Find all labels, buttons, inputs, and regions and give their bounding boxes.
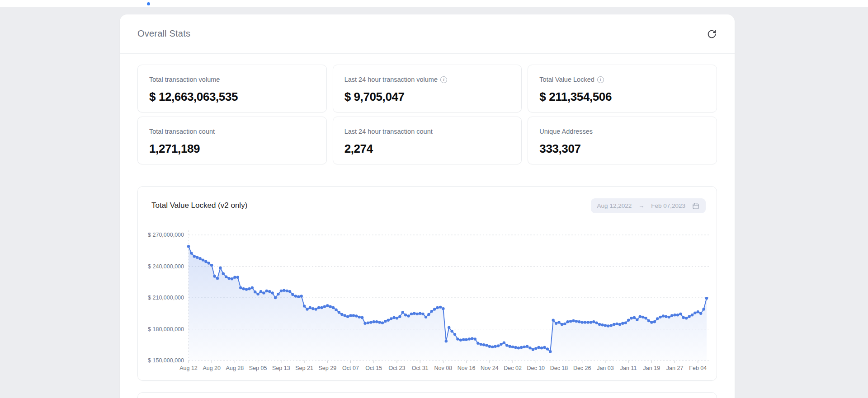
svg-text:Dec 10: Dec 10 — [527, 365, 545, 371]
svg-text:Aug 20: Aug 20 — [203, 365, 221, 371]
stat-label: Total transaction count — [149, 128, 315, 135]
top-strip — [0, 0, 868, 7]
overall-stats-card: Overall Stats Total transaction volume $… — [120, 14, 735, 398]
svg-text:$ 150,000,000: $ 150,000,000 — [148, 357, 184, 364]
refresh-icon — [707, 29, 717, 39]
blue-dot — [147, 2, 150, 5]
info-icon[interactable] — [597, 76, 604, 83]
svg-text:Oct 31: Oct 31 — [412, 365, 429, 371]
stat-value: 333,307 — [539, 142, 705, 156]
svg-text:$ 180,000,000: $ 180,000,000 — [148, 326, 184, 332]
page-title: Overall Stats — [137, 28, 190, 39]
stats-grid: Total transaction volume $ 12,663,063,53… — [137, 65, 717, 164]
tvl-line-chart: $ 270,000,000$ 240,000,000$ 210,000,000$… — [138, 187, 717, 380]
svg-text:Feb 04: Feb 04 — [689, 365, 707, 371]
stat-value: $ 211,354,506 — [539, 90, 705, 104]
stat-card-total-transaction-volume: Total transaction volume $ 12,663,063,53… — [137, 65, 327, 112]
svg-text:Nov 24: Nov 24 — [481, 365, 499, 371]
stat-card-total-transaction-count: Total transaction count 1,271,189 — [137, 117, 327, 164]
next-section-panel — [137, 392, 717, 398]
stat-value: $ 12,663,063,535 — [149, 90, 315, 104]
svg-text:Sep 21: Sep 21 — [295, 365, 313, 371]
svg-text:Jan 19: Jan 19 — [643, 365, 660, 371]
chart-svg: $ 270,000,000$ 240,000,000$ 210,000,000$… — [138, 187, 717, 380]
stat-value: 1,271,189 — [149, 142, 315, 156]
stat-label: Last 24 hour transaction volume — [344, 76, 510, 83]
stat-value: $ 9,705,047 — [344, 90, 510, 104]
info-icon[interactable] — [440, 76, 447, 83]
stat-label: Total Value Locked — [539, 76, 705, 83]
svg-text:Dec 18: Dec 18 — [550, 365, 568, 371]
stat-card-unique-addresses: Unique Addresses 333,307 — [528, 117, 717, 164]
svg-text:Jan 03: Jan 03 — [597, 365, 614, 371]
svg-text:Aug 12: Aug 12 — [179, 365, 198, 371]
stat-label: Total transaction volume — [149, 76, 315, 83]
card-content: Total transaction volume $ 12,663,063,53… — [120, 54, 735, 398]
refresh-button[interactable] — [706, 28, 717, 40]
svg-text:Nov 08: Nov 08 — [434, 365, 453, 371]
svg-text:Sep 29: Sep 29 — [318, 365, 336, 371]
stat-label: Unique Addresses — [539, 128, 705, 135]
stat-value: 2,274 — [344, 142, 510, 156]
card-header: Overall Stats — [120, 14, 735, 54]
svg-text:Nov 16: Nov 16 — [458, 365, 476, 371]
stat-card-24h-transaction-volume: Last 24 hour transaction volume $ 9,705,… — [333, 65, 522, 112]
svg-text:Sep 05: Sep 05 — [249, 365, 267, 371]
svg-text:Oct 23: Oct 23 — [389, 365, 406, 371]
svg-text:$ 210,000,000: $ 210,000,000 — [148, 295, 184, 301]
svg-text:$ 240,000,000: $ 240,000,000 — [148, 263, 184, 270]
svg-text:Dec 02: Dec 02 — [504, 365, 522, 371]
stat-label: Last 24 hour transaction count — [344, 128, 510, 135]
svg-text:Oct 07: Oct 07 — [342, 365, 359, 371]
stat-card-total-value-locked: Total Value Locked $ 211,354,506 — [528, 65, 717, 112]
svg-text:Jan 27: Jan 27 — [666, 365, 684, 371]
svg-text:Aug 28: Aug 28 — [226, 365, 244, 371]
svg-text:Dec 26: Dec 26 — [573, 365, 591, 371]
stat-card-24h-transaction-count: Last 24 hour transaction count 2,274 — [333, 117, 522, 164]
tvl-chart-panel: Total Value Locked (v2 only) Aug 12,2022… — [137, 186, 717, 381]
svg-text:Jan 11: Jan 11 — [620, 365, 637, 371]
svg-text:Oct 15: Oct 15 — [365, 365, 382, 371]
svg-text:$ 270,000,000: $ 270,000,000 — [148, 232, 184, 238]
svg-text:Sep 13: Sep 13 — [272, 365, 290, 371]
